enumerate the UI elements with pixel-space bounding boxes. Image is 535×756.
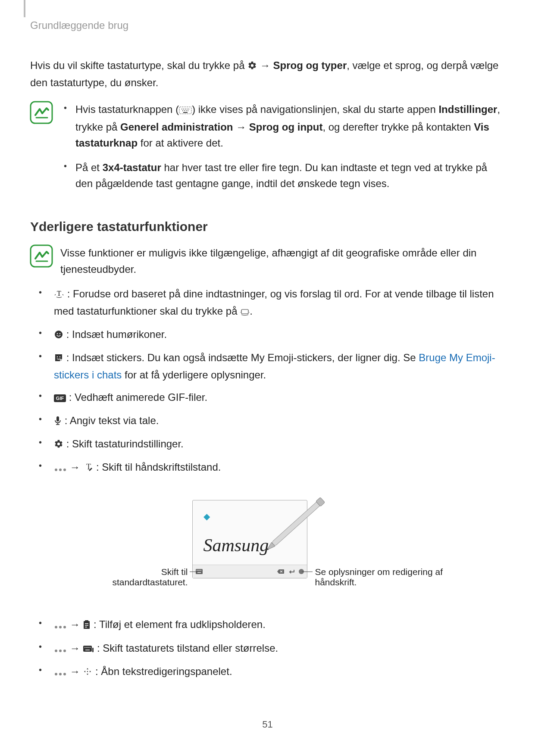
mic-icon: [54, 414, 62, 430]
svg-rect-44: [85, 620, 88, 622]
svg-rect-11: [183, 112, 188, 113]
svg-rect-22: [56, 416, 59, 422]
text: for at aktivere det.: [138, 137, 223, 149]
arrow-icon: →: [260, 57, 270, 73]
svg-text:GIF: GIF: [56, 396, 64, 401]
page: Grundlæggende brug Hvis du vil skifte ta…: [0, 0, 535, 756]
clipboard-icon: [83, 618, 91, 634]
svg-point-25: [55, 469, 57, 471]
handwriting-figure: ◆ Samsung Skift til standardtastaturet. …: [63, 485, 472, 606]
svg-point-4: [185, 109, 186, 109]
arrow-icon: →: [70, 640, 80, 656]
svg-rect-47: [85, 627, 87, 628]
feature-settings: : Skift tastaturindstillinger.: [30, 436, 505, 453]
svg-rect-14: [241, 309, 248, 314]
svg-point-26: [59, 469, 62, 471]
svg-point-8: [184, 110, 185, 111]
backspace-icon[interactable]: [277, 569, 285, 574]
feature-list: T : Forudse ord baseret på dine indtastn…: [30, 286, 505, 477]
text: : Skift tastaturets tilstand eller størr…: [94, 642, 278, 654]
text: Hvis tastaturknappen (: [75, 103, 179, 115]
svg-point-60: [59, 673, 62, 675]
handwriting-t-icon: T: [83, 460, 93, 476]
svg-point-40: [55, 626, 57, 628]
svg-rect-52: [84, 647, 85, 648]
svg-rect-54: [87, 647, 88, 648]
svg-point-50: [63, 650, 66, 652]
bold: 3x4-tastatur: [103, 162, 161, 173]
text: ) ikke vises på navigationslinjen, skal …: [192, 103, 438, 115]
note2-text: Visse funktioner er muligvis ikke tilgæn…: [60, 247, 476, 275]
svg-rect-30: [197, 570, 197, 571]
feature-handwriting: → T : Skift til håndskriftstilstand.: [30, 459, 505, 476]
svg-point-17: [59, 333, 61, 334]
note-icon: [30, 101, 56, 125]
text: : Forudse ord baseret på dine indtastnin…: [54, 288, 494, 317]
more-dots-icon: [54, 618, 67, 634]
more-dots-icon: [54, 665, 67, 681]
svg-rect-31: [198, 570, 199, 571]
intro-text-1: Hvis du vil skifte tastaturtype, skal du…: [30, 59, 247, 71]
page-number: 51: [0, 719, 535, 730]
note-box-1: Hvis tastaturknappen () ikke vises på na…: [30, 101, 505, 200]
handwriting-toolbar: [193, 565, 307, 578]
feature-emoji: : Indsæt humørikoner.: [30, 326, 505, 344]
svg-point-41: [59, 626, 62, 628]
svg-text:T: T: [57, 290, 61, 297]
svg-point-49: [59, 650, 62, 652]
smiley-icon: [54, 328, 63, 344]
note-icon: [30, 245, 56, 269]
callout-line-right: [302, 572, 313, 572]
svg-point-15: [55, 331, 63, 338]
breadcrumb: Grundlæggende brug: [30, 19, 505, 31]
text: : Skift til håndskriftstilstand.: [93, 461, 221, 473]
text: På et: [75, 162, 103, 173]
svg-rect-33: [200, 570, 201, 571]
svg-point-42: [63, 626, 66, 628]
bold: Generel administration: [120, 121, 233, 133]
svg-point-59: [55, 673, 57, 675]
enter-icon[interactable]: [288, 569, 295, 574]
text: : Indsæt stickers. Du kan også indsætte …: [63, 352, 419, 363]
feature-predict: T : Forudse ord baseret på dine indtastn…: [30, 286, 505, 320]
predict-icon: T: [54, 287, 64, 303]
svg-rect-57: [85, 650, 90, 650]
svg-point-7: [182, 110, 183, 111]
sticker-icon: [54, 351, 63, 367]
callout-right: Se oplysninger om redigering af håndskri…: [315, 567, 453, 587]
svg-rect-56: [90, 647, 91, 648]
keyboard-mode-icon: [83, 641, 94, 657]
svg-rect-55: [88, 647, 89, 648]
text: : Skift tastaturindstillinger.: [63, 438, 184, 450]
svg-rect-46: [85, 625, 88, 626]
callout-left: Skift til standardtastaturet.: [93, 567, 188, 587]
svg-rect-32: [199, 570, 200, 571]
cursor-drop-icon: ◆: [203, 511, 210, 522]
page-rule-mark: [24, 0, 25, 17]
text: .: [250, 305, 253, 317]
text: , og derefter trykke på kontakten: [322, 121, 474, 133]
text: for at få yderligere oplysninger.: [122, 369, 266, 381]
svg-point-6: [188, 109, 189, 109]
arrow-icon: →: [70, 616, 80, 632]
keyboard-dots-icon: [179, 103, 192, 119]
svg-rect-53: [86, 647, 87, 648]
svg-point-3: [183, 109, 184, 109]
note1-item-2: På et 3x4-tastatur har hver tast tre ell…: [60, 159, 505, 191]
svg-point-16: [57, 333, 58, 334]
arrow-icon: →: [236, 119, 246, 135]
intro-bold-1: Sprog og typer: [273, 59, 347, 71]
svg-rect-51: [83, 646, 92, 652]
text: : Angiv tekst via tale.: [62, 415, 159, 426]
svg-rect-58: [92, 648, 94, 652]
note1-item-1: Hvis tastaturknappen () ikke vises på na…: [60, 101, 505, 151]
svg-point-19: [59, 356, 60, 357]
arrow-icon: →: [70, 459, 80, 475]
gear-icon: [54, 437, 63, 453]
text: : Tilføj et element fra udklipsholderen.: [91, 619, 266, 630]
svg-point-62: [87, 671, 88, 672]
bold: Indstillinger: [438, 103, 497, 115]
gear-icon: [247, 59, 257, 75]
svg-rect-36: [271, 499, 323, 546]
keyboard-small-icon: [240, 304, 250, 320]
